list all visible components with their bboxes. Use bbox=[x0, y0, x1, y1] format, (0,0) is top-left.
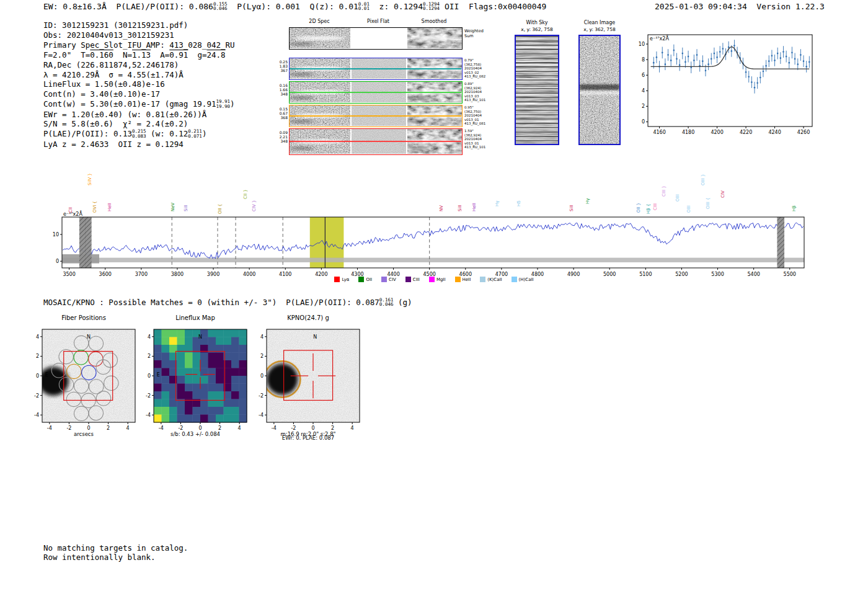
lineflux-pixel bbox=[177, 391, 185, 399]
header-seg-stack: 0.010.01 bbox=[358, 2, 370, 11]
map-y-tick: 0 bbox=[260, 373, 264, 379]
legend-item: OII bbox=[358, 277, 372, 282]
legend-swatch bbox=[512, 277, 517, 282]
lineflux-pixel bbox=[177, 384, 185, 392]
lineflux-pixel bbox=[193, 368, 201, 376]
data-point bbox=[782, 51, 784, 53]
with-sky-image-panel bbox=[515, 35, 559, 145]
lineflux-pixel bbox=[224, 415, 232, 423]
fiber-annotation-line: 20210404 bbox=[464, 137, 497, 141]
fiber-row-annotation: 0.79"(362,758)20210404v013_02413_RU_082 bbox=[464, 58, 497, 79]
lineflux-pixel bbox=[231, 368, 239, 376]
header-timestamp-version: 2025-01-03 09:04:34 Version 1.22.3 bbox=[655, 2, 825, 11]
lineflux-pixel bbox=[231, 360, 239, 368]
lineflux-pixel bbox=[177, 368, 185, 376]
lineflux-pixel bbox=[185, 407, 193, 415]
data-point bbox=[754, 87, 756, 89]
data-point bbox=[786, 56, 787, 58]
lineflux-pixel bbox=[239, 415, 247, 423]
map-x-tick: -2 bbox=[291, 425, 296, 431]
lineflux-pixel bbox=[200, 384, 208, 392]
fiber-annotation-line: 20210404 bbox=[464, 66, 497, 71]
info-text: N= bbox=[113, 50, 132, 60]
x-tick-label: 4200 bbox=[711, 130, 723, 135]
line-fit-plot: 0246810416041804200422042404260e⁻¹⁷x2Å bbox=[620, 29, 818, 143]
emission-streak bbox=[294, 36, 345, 40]
info-line-4: RA,Dec (226.811874,52.246178) bbox=[43, 60, 235, 70]
data-point bbox=[716, 56, 718, 58]
lineflux-map: NE-4-4-2-2002244 bbox=[136, 324, 254, 431]
fiber-row-annotation: 0.89"(362,924)20210404v013_03413_RU_101 bbox=[464, 82, 497, 102]
fiber-annotation-line: 413_RU_101 bbox=[464, 145, 497, 149]
kpno-image-map: N-4-4-2-2002244 bbox=[249, 324, 367, 431]
fiber-stat: 1.66 bbox=[276, 87, 288, 92]
fiber-stat: 0.09 bbox=[276, 130, 288, 135]
lineflux-pixel bbox=[169, 415, 177, 423]
cutout-col-header-smoothed: Smoothed bbox=[412, 19, 456, 24]
lineflux-pixel bbox=[185, 353, 193, 361]
fiber-annotation-line: (362,758) bbox=[464, 63, 497, 67]
lineflux-pixel bbox=[177, 329, 185, 337]
lineflux-pixel bbox=[239, 345, 247, 353]
data-point bbox=[745, 71, 747, 73]
lineflux-pixel bbox=[177, 337, 185, 345]
lineflux-pixel bbox=[185, 391, 193, 399]
lineflux-pixel bbox=[208, 329, 216, 337]
small-plot-ylabel: e⁻¹⁷x2Å bbox=[650, 35, 669, 42]
fiber-stat: 367 bbox=[276, 68, 288, 73]
footer-no-match: No matching targets in catalog. bbox=[43, 543, 188, 553]
info-line-12: LyA z = 2.4633 OII z = 0.1294 bbox=[43, 140, 235, 149]
data-point bbox=[711, 58, 712, 60]
data-point bbox=[777, 53, 779, 55]
lineflux-pixel bbox=[162, 337, 170, 345]
dark-patch bbox=[407, 42, 429, 46]
lineflux-pixel bbox=[239, 407, 247, 415]
cutout-fiber-row bbox=[289, 81, 463, 104]
header-seg-stack: 0.12940.1294 bbox=[423, 2, 440, 11]
lineflux-pixel bbox=[208, 360, 216, 368]
data-point bbox=[714, 53, 715, 55]
data-point bbox=[808, 61, 810, 63]
lineflux-pixel bbox=[208, 391, 216, 399]
map-y-tick: 4 bbox=[148, 334, 151, 340]
legend-swatch bbox=[381, 277, 387, 282]
dark-patch bbox=[290, 96, 314, 100]
lineflux-pixel bbox=[208, 337, 216, 345]
fiber-annotation-line: 0.79" bbox=[464, 58, 497, 63]
lineflux-pixel bbox=[231, 337, 239, 345]
map-y-tick: -2 bbox=[34, 393, 39, 399]
info-text: ) bbox=[202, 130, 207, 139]
lineflux-pixel bbox=[169, 337, 177, 345]
lineflux-pixel bbox=[216, 337, 224, 345]
spectrum-trace bbox=[63, 223, 804, 259]
map-y-tick: -2 bbox=[259, 393, 264, 399]
info-text: Obs: 20210404v013_3012159231 bbox=[43, 30, 174, 40]
cutout-cell bbox=[407, 28, 462, 48]
lineflux-pixel bbox=[200, 353, 208, 361]
data-point bbox=[794, 58, 796, 60]
info-text: P(LAE)/P(OII): 0.13 bbox=[43, 130, 132, 139]
cutout-fiber-row bbox=[289, 128, 463, 155]
map-x-tick: 4 bbox=[351, 425, 354, 431]
fiber-annotation-line: (362,750) bbox=[464, 110, 497, 114]
lineflux-pixel bbox=[162, 368, 170, 376]
data-point bbox=[733, 45, 735, 47]
lineflux-pixel bbox=[162, 353, 170, 361]
info-line-10: S/N = 5.8(±0.6) χ² = 2.4(±0.2) bbox=[43, 119, 235, 129]
lineflux-pixel bbox=[216, 360, 224, 368]
fiber-stat: 0.25 bbox=[276, 60, 288, 64]
info-line-0: ID: 3012159231 (3012159231.pdf) bbox=[43, 20, 235, 30]
lineflux-pixel bbox=[185, 329, 193, 337]
lineflux-pixel bbox=[185, 368, 193, 376]
lineflux-pixel bbox=[231, 399, 239, 407]
masked-edge-band bbox=[79, 217, 92, 268]
lineflux-pixel bbox=[193, 407, 201, 415]
lineflux-pixel bbox=[193, 360, 201, 368]
map-x-tick: 4 bbox=[126, 425, 130, 431]
map-y-tick: 4 bbox=[260, 334, 264, 340]
fiber-stat: 0.15 bbox=[276, 107, 288, 111]
map-y-tick: 0 bbox=[148, 373, 151, 379]
fiber-positions-title: Fiber Positions bbox=[25, 314, 143, 324]
legend-item: CIV bbox=[381, 277, 396, 282]
y-tick-label: 2 bbox=[642, 104, 645, 109]
